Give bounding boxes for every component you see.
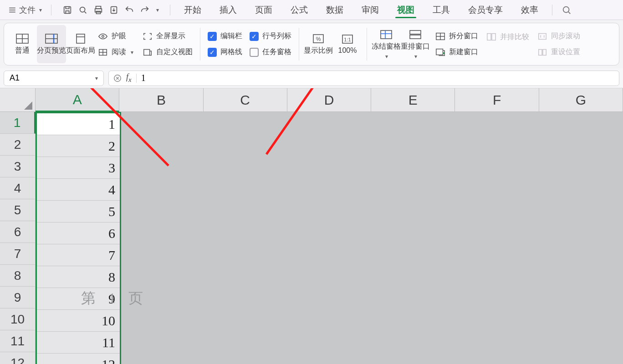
split-icon — [435, 32, 445, 41]
check-headings[interactable]: ✓ 行号列标 — [247, 30, 294, 42]
export-icon[interactable] — [109, 5, 119, 15]
view-pagelayout-button[interactable]: 页面布局 — [66, 25, 95, 63]
row-header[interactable]: 4 — [0, 177, 36, 199]
tab-视图[interactable]: 视图 — [388, 0, 424, 20]
freeze-icon — [379, 29, 393, 40]
check-taskpane[interactable]: ✓ 任务窗格 — [247, 46, 294, 58]
print-icon[interactable] — [93, 5, 103, 15]
print-area-colA[interactable]: 123456789101112 — [36, 112, 121, 364]
view-pagebreak-button[interactable]: 分页预览 — [37, 25, 66, 63]
new-window-button[interactable]: 新建窗口 — [433, 46, 481, 58]
row-header[interactable]: 5 — [0, 199, 36, 221]
tab-审阅[interactable]: 审阅 — [352, 0, 388, 20]
redo-icon[interactable] — [140, 5, 150, 15]
chevron-down-icon[interactable]: ▾ — [156, 7, 159, 13]
file-menu-button[interactable]: 文件 ▾ — [4, 3, 46, 17]
tab-效率[interactable]: 效率 — [512, 0, 547, 20]
save-icon[interactable] — [62, 5, 72, 15]
row-header[interactable]: 7 — [0, 243, 36, 265]
cell[interactable]: 6 — [37, 222, 120, 244]
column-header[interactable]: C — [204, 88, 287, 112]
column-header[interactable]: F — [455, 88, 539, 112]
name-box[interactable]: A1 ▾ — [4, 71, 104, 86]
row-header[interactable]: 12 — [0, 352, 36, 364]
reset-pos-button: 重设位置 — [535, 46, 583, 58]
check-gridlines[interactable]: ✓ 网格线 — [205, 46, 245, 58]
cells-area[interactable]: 123456789101112 第 1 页 — [36, 112, 623, 364]
view-normal-button[interactable]: 普通 — [8, 25, 37, 63]
tab-会员专享[interactable]: 会员专享 — [459, 0, 512, 20]
svg-text:1:1: 1:1 — [344, 37, 351, 42]
svg-rect-4 — [96, 11, 100, 14]
row-header[interactable]: 10 — [0, 308, 36, 330]
tab-开始[interactable]: 开始 — [175, 0, 210, 20]
group-zoom: % 显示比例 1:1 100% — [304, 25, 362, 63]
fx-icon[interactable]: fx — [126, 72, 132, 84]
row-header[interactable]: 1 — [0, 112, 36, 134]
zoom-button[interactable]: % 显示比例 — [304, 25, 333, 63]
row-header[interactable]: 2 — [0, 134, 36, 156]
cell[interactable]: 5 — [37, 201, 120, 222]
row-header[interactable]: 3 — [0, 156, 36, 177]
svg-rect-26 — [543, 49, 546, 55]
chevron-down-icon: ▾ — [385, 53, 388, 60]
name-box-value: A1 — [10, 73, 20, 83]
cell[interactable]: 8 — [37, 266, 120, 288]
tab-数据[interactable]: 数据 — [317, 0, 352, 20]
svg-rect-2 — [96, 6, 101, 9]
row-header[interactable]: 6 — [0, 221, 36, 243]
split-window-button[interactable]: 拆分窗口 — [433, 30, 481, 42]
cell[interactable]: 1 — [37, 113, 120, 135]
tab-工具[interactable]: 工具 — [424, 0, 459, 20]
cell[interactable]: 9 — [37, 288, 120, 310]
select-all-corner[interactable] — [0, 88, 36, 112]
pagebreak-icon — [45, 33, 58, 44]
tab-公式[interactable]: 公式 — [281, 0, 317, 20]
svg-rect-12 — [144, 49, 150, 55]
cell[interactable]: 10 — [37, 310, 120, 332]
cell[interactable]: 4 — [37, 179, 120, 201]
row-header[interactable]: 8 — [0, 265, 36, 287]
formula-bar[interactable]: fx 1 — [108, 71, 619, 86]
cancel-icon[interactable] — [113, 74, 122, 82]
fullscreen-label: 全屏显示 — [156, 31, 185, 41]
check-headings-label: 行号列标 — [262, 31, 291, 41]
tab-页面[interactable]: 页面 — [246, 0, 281, 20]
column-header[interactable]: G — [539, 88, 623, 112]
column-header[interactable]: E — [371, 88, 455, 112]
custom-view-button[interactable]: 自定义视图 — [140, 46, 195, 58]
undo-icon[interactable] — [124, 5, 134, 15]
search-icon[interactable] — [562, 5, 572, 15]
row-headers: 123456789101112 — [0, 112, 36, 364]
view-pagelayout-label: 页面布局 — [66, 46, 95, 56]
zoom-100-button[interactable]: 1:1 100% — [333, 25, 362, 63]
cell[interactable]: 2 — [37, 135, 120, 157]
group-window: 冻结窗格▾ 重排窗口▾ 拆分窗口 新建窗口 并排比较 x — [372, 25, 583, 63]
worksheet[interactable]: ABCDEFG 123456789101112 123456789101112 … — [0, 88, 623, 364]
check-formula-bar[interactable]: ✓ 编辑栏 — [205, 30, 245, 42]
pagelayout-icon — [74, 33, 87, 44]
cell[interactable]: 12 — [37, 354, 120, 364]
freeze-panes-button[interactable]: 冻结窗格▾ — [372, 25, 401, 63]
group-view-modes: 普通 分页预览 页面布局 — [8, 25, 95, 63]
column-header[interactable]: B — [119, 88, 203, 112]
tab-插入[interactable]: 插入 — [210, 0, 246, 20]
row-header[interactable]: 9 — [0, 287, 36, 308]
column-header[interactable]: A — [36, 88, 119, 112]
zoom-label: 显示比例 — [304, 46, 333, 56]
cell[interactable]: 11 — [37, 332, 120, 354]
fullscreen-button[interactable]: 全屏显示 — [140, 30, 195, 42]
cell[interactable]: 7 — [37, 244, 120, 266]
column-header[interactable]: D — [287, 88, 371, 112]
row-header[interactable]: 11 — [0, 330, 36, 352]
freeze-panes-label: 冻结窗格 — [372, 42, 401, 51]
read-mode-button[interactable]: 阅读▾ — [95, 46, 136, 58]
eye-protect-button[interactable]: 护眼 — [95, 30, 136, 42]
arrange-windows-button[interactable]: 重排窗口▾ — [401, 25, 430, 63]
svg-rect-23 — [492, 34, 495, 40]
separator — [51, 5, 51, 15]
chevron-down-icon[interactable]: ▾ — [95, 75, 98, 81]
print-preview-icon[interactable] — [78, 5, 88, 15]
ribbon-tabs: 开始插入页面公式数据审阅视图工具会员专享效率 — [175, 0, 547, 20]
cell[interactable]: 3 — [37, 157, 120, 179]
